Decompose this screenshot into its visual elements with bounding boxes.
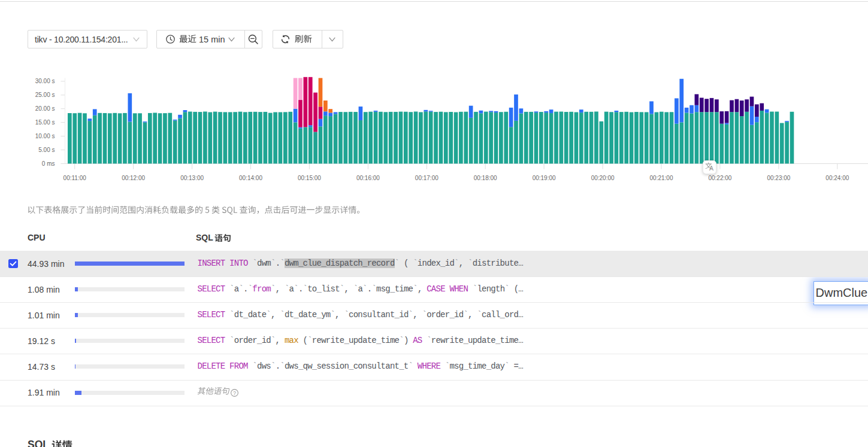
svg-text:00:15:00: 00:15:00 — [298, 175, 321, 181]
svg-text:00:12:00: 00:12:00 — [122, 175, 145, 181]
svg-text:00:14:00: 00:14:00 — [239, 175, 262, 181]
svg-text:00:20:00: 00:20:00 — [591, 175, 615, 181]
svg-text:15.00 s: 15.00 s — [35, 119, 55, 126]
svg-text:30.00 s: 30.00 s — [35, 78, 55, 84]
svg-text:00:18:00: 00:18:00 — [474, 175, 497, 181]
svg-text:00:16:00: 00:16:00 — [356, 175, 380, 181]
svg-text:00:17:00: 00:17:00 — [415, 175, 438, 181]
svg-text:20.00 s: 20.00 s — [35, 105, 55, 112]
svg-text:00:19:00: 00:19:00 — [533, 175, 556, 181]
svg-text:00:21:00: 00:21:00 — [650, 175, 673, 181]
svg-text:00:13:00: 00:13:00 — [180, 175, 204, 181]
svg-text:00:22:00: 00:22:00 — [708, 175, 731, 181]
svg-text:25.00 s: 25.00 s — [35, 92, 55, 98]
svg-text:00:11:00: 00:11:00 — [63, 175, 87, 181]
svg-text:00:24:00: 00:24:00 — [825, 175, 849, 181]
svg-text:?: ? — [232, 390, 235, 396]
svg-text:10.00 s: 10.00 s — [35, 133, 55, 139]
svg-text:00:23:00: 00:23:00 — [767, 175, 790, 181]
svg-text:0 ms: 0 ms — [42, 160, 55, 167]
svg-text:5.00 s: 5.00 s — [38, 147, 55, 153]
